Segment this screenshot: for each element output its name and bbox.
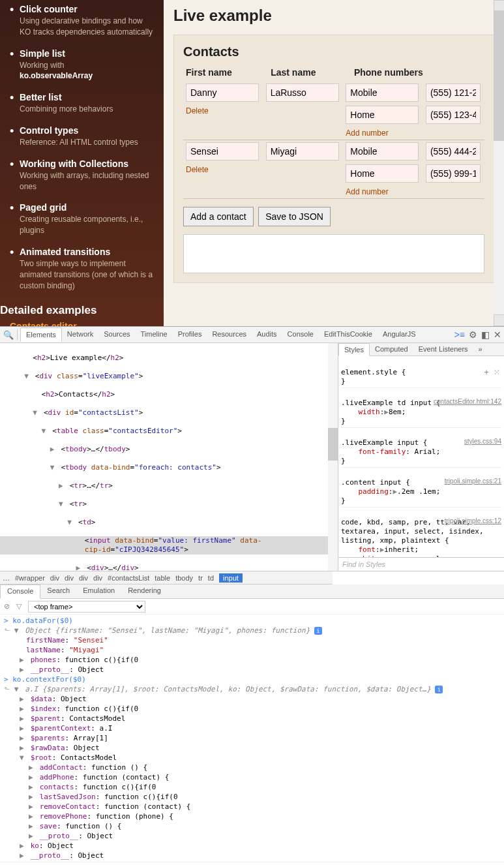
clear-console-icon[interactable]: ⊘ bbox=[4, 602, 10, 611]
breadcrumb-item[interactable]: div bbox=[50, 574, 59, 582]
rule-selector[interactable]: .liveExample td input { bbox=[341, 399, 440, 407]
sidebar-section-header: Detailed examples bbox=[0, 304, 154, 317]
contacts-heading: Contacts bbox=[183, 44, 484, 59]
tree-scrollbar[interactable] bbox=[328, 343, 338, 571]
console-output[interactable]: > ko.dataFor($0)⬑ ▼ Object {firstName: "… bbox=[0, 615, 504, 862]
phone-type-input[interactable] bbox=[346, 164, 419, 183]
delete-link[interactable]: Delete bbox=[186, 165, 209, 174]
rule-selector[interactable]: .liveExample input { bbox=[341, 438, 427, 447]
devtools-tab-editthiscookie[interactable]: EditThisCookie bbox=[319, 327, 378, 342]
delete-link[interactable]: Delete bbox=[186, 106, 209, 115]
table-row: Delete bbox=[183, 140, 484, 162]
drawer-tab-console[interactable]: Console bbox=[0, 584, 40, 599]
breadcrumb-item[interactable]: tr bbox=[198, 574, 203, 582]
devtools-tab-console[interactable]: Console bbox=[282, 327, 319, 342]
page-title: Live example bbox=[173, 7, 494, 25]
devtools-tab-elements[interactable]: Elements bbox=[20, 327, 62, 342]
find-in-styles[interactable]: Find in Styles bbox=[338, 557, 504, 571]
devtools-tab-profiles[interactable]: Profiles bbox=[173, 327, 207, 342]
elements-tree[interactable]: <h2>Live example</h2> ▼ <div class="live… bbox=[0, 343, 338, 571]
phone-type-input[interactable] bbox=[346, 142, 419, 160]
devtools-tab-sources[interactable]: Sources bbox=[98, 327, 135, 342]
breadcrumb-item[interactable]: div bbox=[93, 574, 102, 582]
rule-selector[interactable]: .content input { bbox=[341, 478, 410, 487]
first-name-input[interactable] bbox=[186, 83, 259, 102]
first-name-input[interactable] bbox=[186, 142, 259, 160]
phone-number-input[interactable] bbox=[426, 142, 481, 160]
contacts-panel: Contacts First name Last name Phone numb… bbox=[173, 35, 494, 283]
drawer-tabs: ConsoleSearchEmulationRendering bbox=[0, 584, 504, 599]
add-contact-button[interactable]: Add a contact bbox=[183, 207, 254, 226]
search-icon[interactable]: 🔍 bbox=[3, 330, 14, 340]
source-link[interactable]: tripoli.simple.css:21 bbox=[445, 477, 501, 486]
devtools-tab-resources[interactable]: Resources bbox=[207, 327, 252, 342]
add-number-link[interactable]: Add number bbox=[346, 187, 388, 196]
console-toggle-icon[interactable]: >≡ bbox=[454, 329, 465, 340]
breadcrumb-item[interactable]: table bbox=[155, 574, 170, 582]
header-last-name: Last name bbox=[268, 65, 351, 82]
last-name-input[interactable] bbox=[266, 83, 339, 102]
last-name-input[interactable] bbox=[266, 142, 339, 160]
breadcrumb-item[interactable]: #wrapper bbox=[15, 574, 45, 582]
phone-number-input[interactable] bbox=[426, 164, 481, 183]
source-link[interactable]: contactsEditor.html:142 bbox=[434, 397, 501, 406]
header-first-name: First name bbox=[183, 65, 268, 82]
devtools-tab-network[interactable]: Network bbox=[62, 327, 98, 342]
breadcrumb-item[interactable]: #contactsList bbox=[108, 574, 149, 582]
close-icon[interactable]: ✕ bbox=[494, 329, 501, 340]
source-link[interactable]: styles.css:94 bbox=[464, 437, 501, 446]
phone-type-input[interactable] bbox=[346, 83, 419, 102]
styles-tab-computed[interactable]: Computed bbox=[370, 343, 413, 356]
sidebar-item[interactable]: Better listCombining more behaviors bbox=[20, 88, 154, 121]
breadcrumb-item[interactable]: tbody bbox=[175, 574, 193, 582]
sidebar-item[interactable]: Control typesReference: All HTML control… bbox=[20, 121, 154, 155]
dock-icon[interactable]: ◧ bbox=[481, 329, 490, 340]
devtools-toolbar: 🔍 ElementsNetworkSourcesTimelineProfiles… bbox=[0, 327, 504, 343]
breadcrumb-item[interactable]: input bbox=[219, 573, 243, 583]
add-number-link[interactable]: Add number bbox=[346, 129, 388, 138]
devtools-tab-angularjs[interactable]: AngularJS bbox=[378, 327, 421, 342]
breadcrumb-item[interactable]: td bbox=[208, 574, 214, 582]
sidebar-active-item[interactable]: Contacts editor bbox=[10, 321, 154, 326]
sidebar-item[interactable]: Simple listWorking with ko.observableArr… bbox=[20, 44, 154, 89]
devtools-tab-audits[interactable]: Audits bbox=[252, 327, 282, 342]
source-link[interactable]: tripoli.simple.css:12 bbox=[445, 517, 501, 526]
header-phone: Phone numbers bbox=[351, 65, 472, 82]
filter-icon[interactable]: ▽ bbox=[16, 602, 22, 611]
contacts-table: First name Last name Phone numbers bbox=[183, 65, 484, 82]
devtools-panel: 🔍 ElementsNetworkSourcesTimelineProfiles… bbox=[0, 326, 504, 865]
breadcrumb-item[interactable]: … bbox=[3, 574, 10, 582]
breadcrumb-item[interactable]: div bbox=[79, 574, 88, 582]
drawer-tab-rendering[interactable]: Rendering bbox=[121, 584, 168, 598]
styles-tab-styles[interactable]: Styles bbox=[338, 343, 370, 356]
styles-panel: StylesComputedEvent Listeners» + ⁙elemen… bbox=[338, 343, 504, 571]
sidebar-item[interactable]: Click counterUsing declarative bindings … bbox=[20, 0, 154, 44]
content-area: Live example Contacts First name Last na… bbox=[164, 0, 504, 326]
save-json-button[interactable]: Save to JSON bbox=[258, 207, 331, 226]
context-selector[interactable]: <top frame> bbox=[28, 601, 145, 613]
console-toolbar: ⊘ ▽ <top frame> bbox=[0, 599, 504, 615]
sidebar-item[interactable]: Working with CollectionsWorking with arr… bbox=[20, 155, 154, 199]
devtools-tab-timeline[interactable]: Timeline bbox=[136, 327, 173, 342]
sidebar-item[interactable]: Paged gridCreating reusable components, … bbox=[20, 198, 154, 243]
elements-breadcrumb: …#wrapperdivdivdivdiv#contactsListtablet… bbox=[0, 571, 333, 584]
drawer-tab-emulation[interactable]: Emulation bbox=[76, 584, 121, 598]
drawer-tab-search[interactable]: Search bbox=[40, 584, 76, 598]
gear-icon[interactable]: ⚙ bbox=[469, 329, 477, 340]
phone-number-input[interactable] bbox=[426, 106, 481, 124]
styles-tab-event-listeners[interactable]: Event Listeners bbox=[413, 343, 473, 356]
table-row: Delete bbox=[183, 82, 484, 104]
sidebar: Click counterUsing declarative bindings … bbox=[0, 0, 164, 326]
phone-number-input[interactable] bbox=[426, 83, 481, 102]
json-output-textarea[interactable] bbox=[183, 234, 484, 273]
sidebar-item[interactable]: Animated transitionsTwo simple ways to i… bbox=[20, 243, 154, 297]
styles-tab-more[interactable]: » bbox=[473, 343, 488, 356]
phone-type-input[interactable] bbox=[346, 106, 419, 124]
page-scrollbar[interactable] bbox=[494, 0, 504, 326]
breadcrumb-item[interactable]: div bbox=[65, 574, 74, 582]
console-prompt[interactable]: > bbox=[0, 862, 504, 865]
rule-element-style[interactable]: element.style { bbox=[341, 368, 406, 376]
